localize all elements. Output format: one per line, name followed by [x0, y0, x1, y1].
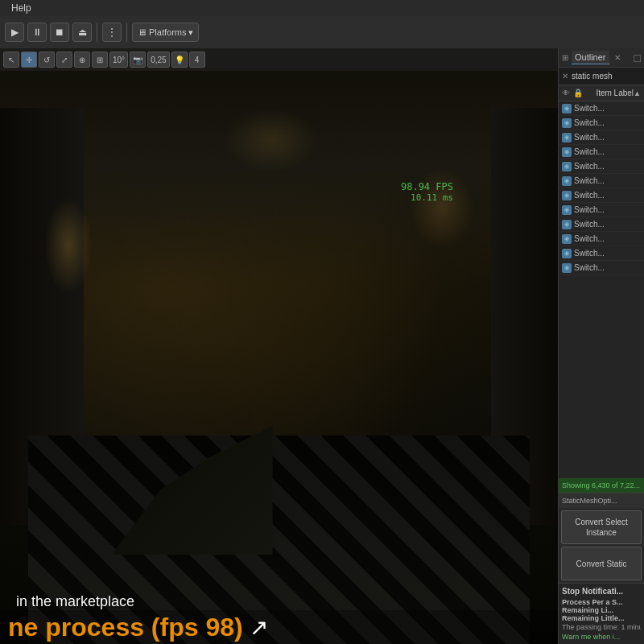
item-label-column[interactable]: Item Label — [581, 89, 634, 97]
stop-button[interactable]: ⏹ — [50, 23, 69, 42]
item-label: Switch... — [574, 220, 605, 229]
sort-icon[interactable]: ▲ — [634, 89, 641, 97]
toolbar-separator-1 — [97, 23, 97, 42]
notification-header: Stop Notificati... — [562, 587, 641, 596]
item-label: Switch... — [574, 249, 605, 258]
item-mesh-icon — [562, 263, 572, 273]
outliner-header: ⊞ Outliner ✕ □ — [559, 48, 644, 68]
main-toolbar: ▶ ⏸ ⏹ ⏏ ⋮ 🖥 Platforms ▾ — [0, 16, 644, 48]
list-item[interactable]: Switch... — [559, 232, 644, 246]
item-mesh-icon — [562, 249, 572, 258]
item-label: Switch... — [574, 162, 605, 171]
viewport-scene — [0, 48, 558, 644]
search-clear-button[interactable]: ✕ — [562, 72, 568, 80]
snap-degrees-button[interactable]: 10° — [109, 52, 128, 68]
item-mesh-icon — [562, 176, 572, 186]
grid-button[interactable]: ⊞ — [92, 52, 108, 68]
staticmesh-section: StaticMeshOpti... Convert Select Instanc… — [559, 493, 644, 583]
item-mesh-icon — [562, 205, 572, 215]
outliner-items-list: Switch... Switch... Switch... Switch... … — [559, 101, 644, 478]
menu-bar: Help — [0, 0, 644, 16]
outliner-expand-button[interactable]: □ — [634, 52, 641, 64]
list-item[interactable]: Switch... — [559, 217, 644, 232]
staticmesh-label-text: StaticMeshOpti... — [562, 497, 617, 505]
lighting-button[interactable]: 💡 — [171, 52, 188, 68]
search-value: static mesh — [572, 72, 641, 80]
outliner-grid-icon: ⊞ — [562, 53, 568, 62]
options-button[interactable]: ⋮ — [102, 23, 122, 42]
item-mesh-icon — [562, 104, 572, 114]
list-item[interactable]: Switch... — [559, 101, 644, 116]
platforms-button[interactable]: 🖥 Platforms ▾ — [132, 23, 199, 42]
viewport[interactable]: 98.94 FPS 10.11 ms in the marketplace ne… — [0, 48, 558, 644]
move-mode-button[interactable]: ✛ — [21, 52, 37, 68]
scene-light-right — [410, 167, 474, 248]
scene-floor — [28, 436, 530, 644]
item-label: Switch... — [574, 205, 605, 214]
list-item[interactable]: Switch... — [559, 145, 644, 159]
item-mesh-icon — [562, 191, 572, 200]
platform-icon: 🖥 — [138, 27, 147, 37]
list-item[interactable]: Switch... — [559, 188, 644, 203]
notification-line-2: Remaining Li... — [562, 606, 641, 614]
item-mesh-icon — [562, 234, 572, 244]
visibility-column-icon: 👁 — [562, 89, 573, 97]
outliner-column-header: 👁 🔒 Item Label ▲ — [559, 85, 644, 101]
scene-light-left — [44, 197, 93, 294]
play-button[interactable]: ▶ — [5, 23, 24, 42]
outliner-search: ✕ static mesh — [559, 68, 644, 85]
world-button[interactable]: ⊕ — [74, 52, 90, 68]
outliner-status-bar: Showing 6,430 of 7,22... — [559, 478, 644, 493]
list-item[interactable]: Switch... — [559, 116, 644, 130]
list-item[interactable]: Switch... — [559, 130, 644, 145]
item-label: Switch... — [574, 191, 605, 200]
toolbar-separator-2 — [126, 23, 127, 42]
right-panel: ⊞ Outliner ✕ □ ✕ static mesh 👁 🔒 Item La… — [558, 48, 644, 644]
item-mesh-icon — [562, 147, 572, 157]
list-item[interactable]: Switch... — [559, 174, 644, 188]
menu-help[interactable]: Help — [6, 2, 36, 14]
list-item[interactable]: Switch... — [559, 246, 644, 261]
outliner-tab[interactable]: Outliner — [572, 51, 609, 64]
item-mesh-icon — [562, 133, 572, 142]
notification-line-3: Remaining Little... — [562, 614, 641, 622]
scale-mode-button[interactable]: ⤢ — [56, 52, 72, 68]
select-mode-button[interactable]: ↖ — [3, 52, 19, 68]
rotate-mode-button[interactable]: ↺ — [39, 52, 55, 68]
item-label: Switch... — [574, 104, 605, 113]
item-label: Switch... — [574, 234, 605, 243]
snap-value-button[interactable]: 0,25 — [147, 52, 169, 68]
platforms-label: Platforms — [149, 27, 186, 37]
item-label: Switch... — [574, 133, 605, 142]
notification-line-1: Process Per a S... — [562, 598, 641, 606]
convert-static-button[interactable]: Convert Static — [561, 547, 642, 580]
platforms-arrow: ▾ — [188, 27, 193, 38]
item-mesh-icon — [562, 118, 572, 128]
view-4-button[interactable]: 4 — [189, 52, 205, 68]
convert-select-instance-button[interactable]: Convert Select Instance — [561, 510, 642, 544]
item-label: Switch... — [574, 263, 605, 272]
item-mesh-icon — [562, 220, 572, 229]
item-label: Switch... — [574, 118, 605, 127]
item-mesh-icon — [562, 162, 572, 171]
outliner-status-text: Showing 6,430 of 7,22... — [562, 481, 640, 489]
camera-button[interactable]: 📷 — [130, 52, 146, 68]
item-label: Switch... — [574, 176, 605, 185]
eject-button[interactable]: ⏏ — [72, 23, 92, 42]
list-item[interactable]: Switch... — [559, 159, 644, 174]
lock-column-icon: 🔒 — [573, 89, 581, 97]
pause-button[interactable]: ⏸ — [27, 23, 47, 42]
outliner-close-button[interactable]: ✕ — [614, 53, 621, 62]
notification-section: Stop Notificati... Process Per a S... Re… — [559, 583, 644, 644]
list-item[interactable]: Switch... — [559, 261, 644, 275]
warn-text: Warn me when i... — [562, 633, 641, 641]
item-label: Switch... — [574, 147, 605, 156]
viewport-toolbar: ↖ ✛ ↺ ⤢ ⊕ ⊞ 10° 📷 0,25 💡 4 — [0, 48, 558, 71]
list-item[interactable]: Switch... — [559, 203, 644, 217]
staticmesh-label: StaticMeshOpti... — [559, 493, 644, 508]
scene-light-center — [223, 108, 320, 172]
notification-line-4: The passing time: 1 minu... — [562, 622, 641, 633]
